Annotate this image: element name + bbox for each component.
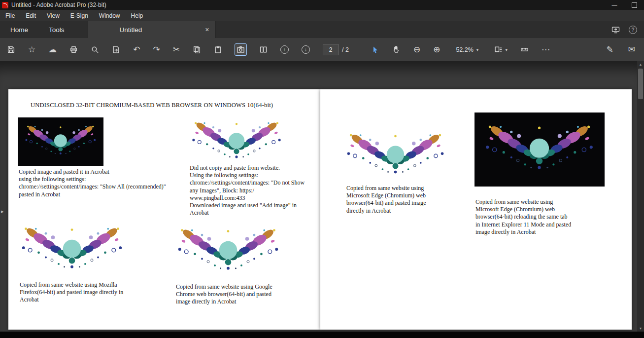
star-icon[interactable]: ☆: [28, 45, 35, 54]
window-controls: —: [605, 0, 644, 10]
zoom-level-value: 52.2%: [456, 46, 473, 53]
caption-chrome-blocked: Did not copiy and paste from website. Us…: [190, 164, 318, 217]
tab-tools[interactable]: Tools: [38, 21, 75, 38]
menu-file[interactable]: File: [0, 10, 20, 21]
close-tab-icon[interactable]: ×: [205, 26, 209, 34]
caption-google-chrome: Copied from same website using Google Ch…: [176, 283, 294, 306]
zoom-out-icon[interactable]: ⊖: [413, 45, 420, 54]
search-icon[interactable]: [91, 45, 99, 54]
more-tools-icon[interactable]: ⋯: [542, 45, 550, 54]
ruler-icon[interactable]: [520, 45, 529, 54]
maximize-button[interactable]: [624, 0, 644, 10]
menu-edit[interactable]: Edit: [20, 10, 41, 21]
previous-page-icon[interactable]: ↑: [280, 45, 289, 54]
present-screen-icon[interactable]: [611, 26, 620, 34]
page-display-select[interactable]: ▾: [494, 45, 508, 54]
chevron-down-icon: ▾: [476, 47, 479, 52]
caption-chrome-show-all: Copied image and pasted it in Acrobat us…: [19, 168, 186, 198]
hand-tool-icon[interactable]: [392, 45, 401, 54]
pasted-image-edge-ie11: [475, 113, 605, 187]
scroll-down-icon[interactable]: ▼: [637, 325, 644, 332]
tab-home[interactable]: Home: [0, 21, 38, 38]
pdf-page-1[interactable]: UNDISCLOSED 32-BIT CHROMIUM-BASED WEB BR…: [8, 89, 320, 330]
select-tool-icon[interactable]: [372, 46, 379, 54]
tab-document-untitled[interactable]: Untitled ×: [88, 21, 216, 38]
cloud-upload-icon[interactable]: ☁: [48, 45, 57, 54]
minimize-button[interactable]: —: [605, 0, 624, 10]
undo-icon[interactable]: ↶: [133, 45, 140, 54]
titlebar: Untitled - Adobe Acrobat Pro (32-bit) —: [0, 0, 644, 10]
caption-firefox: Copied from same website using Mozilla F…: [20, 281, 143, 304]
paste-icon[interactable]: [214, 45, 222, 54]
added-image-chrome-blocked: [187, 119, 286, 165]
tabbar: Home Tools Untitled × ?: [0, 21, 644, 38]
share-email-icon[interactable]: ✉: [628, 45, 635, 54]
redo-icon[interactable]: ↷: [153, 45, 160, 54]
caption-edge-ie11: Copied from same website using Microsoft…: [475, 198, 596, 236]
zoom-level-select[interactable]: 52.2% ▾: [453, 45, 481, 55]
caption-edge: Copied from same website using Microsoft…: [346, 185, 445, 215]
next-page-icon[interactable]: ↓: [302, 45, 310, 54]
tabbar-right: ?: [611, 21, 644, 38]
snapshot-icon[interactable]: [235, 44, 246, 55]
menu-view[interactable]: View: [41, 10, 65, 21]
toolbar: ☆ ☁ ↶ ↷ ✂ ↑ ↓ / 2: [0, 38, 644, 62]
fill-sign-icon[interactable]: ✎: [607, 45, 613, 54]
print-icon[interactable]: [69, 45, 78, 54]
menu-window[interactable]: Window: [94, 10, 126, 21]
page-navigation: / 2: [323, 44, 349, 55]
navigation-pane-toggle[interactable]: ▸: [0, 206, 5, 217]
help-icon[interactable]: ?: [629, 26, 637, 34]
pasted-image-edge: [345, 129, 446, 183]
zoom-in-icon[interactable]: ⊕: [433, 45, 440, 54]
maximize-icon: [632, 2, 637, 8]
menu-help[interactable]: Help: [126, 10, 149, 21]
vertical-scrollbar[interactable]: ▲ ▼: [637, 61, 644, 332]
page-count-label: / 2: [342, 46, 349, 53]
pasted-image-firefox: [20, 223, 124, 277]
menu-esign[interactable]: E-Sign: [65, 10, 94, 21]
extract-pages-icon[interactable]: [193, 45, 201, 54]
document-tab-label: Untitled: [120, 26, 142, 34]
cut-icon[interactable]: ✂: [173, 45, 180, 54]
document-heading: UNDISCLOSED 32-BIT CHROMIUM-BASED WEB BR…: [31, 102, 273, 109]
document-canvas: ▸ UNDISCLOSED 32-BIT CHROMIUM-BASED WEB …: [0, 61, 637, 332]
bottom-bar: [0, 332, 644, 338]
pdf-page-2[interactable]: Copied from same website using Microsoft…: [320, 89, 632, 330]
export-pdf-icon[interactable]: [112, 45, 120, 54]
acrobat-window: Untitled - Adobe Acrobat Pro (32-bit) — …: [0, 0, 644, 338]
chevron-down-icon: ▾: [505, 47, 508, 52]
scroll-up-icon[interactable]: ▲: [637, 61, 644, 68]
scrollbar-thumb[interactable]: [638, 69, 643, 99]
pasted-image-chrome-show-all: [18, 117, 103, 166]
page-number-input[interactable]: [323, 44, 339, 55]
compare-files-icon[interactable]: [259, 45, 268, 54]
pasted-image-google-chrome: [176, 225, 280, 278]
window-title: Untitled - Adobe Acrobat Pro (32-bit): [11, 1, 106, 8]
acrobat-logo-icon: [2, 2, 8, 8]
toolbar-right: ✎ ✉: [607, 45, 638, 54]
menubar: File Edit View E-Sign Window Help: [0, 10, 644, 21]
save-icon[interactable]: [7, 45, 15, 54]
